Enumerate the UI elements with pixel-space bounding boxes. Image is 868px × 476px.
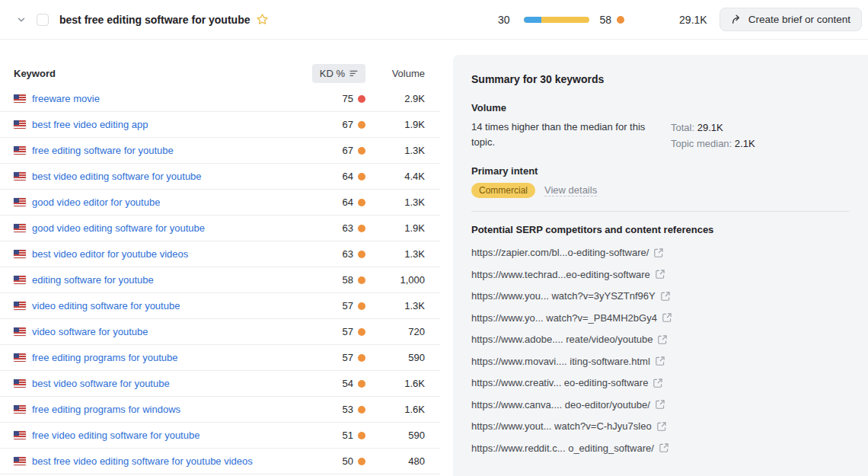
us-flag-icon [14, 198, 26, 206]
serp-url-text: https://www.yout... watch?v=C-hJyu7sleo [471, 420, 652, 432]
volume-value: 1.6K [365, 404, 425, 415]
kd-dot [358, 225, 365, 232]
kd-value: 57 [343, 326, 353, 337]
kd-value: 51 [343, 430, 353, 441]
table-row[interactable]: free editing programs for youtube 57 590 [0, 345, 440, 371]
us-flag-icon [14, 146, 26, 155]
kd-dot [358, 173, 365, 180]
keyword-link[interactable]: free editing programs for windows [32, 404, 180, 415]
keyword-link[interactable]: video software for youtube [32, 326, 148, 337]
serp-url-item[interactable]: https://www.reddit.c... o_editing_softwa… [471, 437, 850, 459]
kd-value: 57 [343, 352, 353, 363]
us-flag-icon [14, 276, 26, 284]
serp-url-item[interactable]: https://www.adobe.... reate/video/youtub… [471, 328, 850, 350]
keyword-link[interactable]: best video editor for youtube videos [32, 248, 188, 260]
table-row[interactable]: editing software for youtube 58 1,000 [0, 267, 440, 293]
us-flag-icon [14, 327, 26, 336]
total-label: Total: [671, 122, 694, 133]
volume-value: 1.3K [365, 145, 425, 156]
serp-url-text: https://www.reddit.c... o_editing_softwa… [471, 442, 654, 454]
kd-dot [358, 95, 365, 103]
kd-dot [358, 199, 365, 206]
cluster-checkbox[interactable] [37, 14, 49, 26]
summary-title: Summary for 30 keywords [471, 73, 850, 85]
sort-descending-icon [349, 70, 358, 77]
table-row[interactable]: best video software for youtube 54 1.6K [0, 371, 440, 397]
keyword-link[interactable]: good video editing software for youtube [32, 222, 205, 234]
keyword-link[interactable]: best video software for youtube [32, 378, 170, 389]
table-row[interactable]: good video editor for youtube 64 1.3K [0, 190, 440, 216]
serp-url-item[interactable]: https://www.you... watch?v=3yYSZTnf96Y [471, 285, 850, 307]
serp-url-item[interactable]: https://www.techrad...eo-editing-softwar… [471, 264, 850, 286]
serp-url-item[interactable]: https://www.yout... watch?v=C-hJyu7sleo [471, 415, 850, 437]
keyword-link[interactable]: best free video editing software for you… [32, 455, 253, 467]
kd-value: 64 [343, 196, 353, 208]
serp-url-text: https://zapier.com/bl...o-editing-softwa… [471, 247, 649, 258]
volume-value: 4.4K [365, 171, 425, 182]
serp-url-text: https://www.yo... watch?v=_PB4MH2bGy4 [471, 312, 657, 324]
column-header-kd-sort[interactable]: KD % [312, 64, 365, 83]
volume-description: 14 times higher than the median for this… [471, 120, 660, 152]
table-row[interactable]: free editing programs for windows 53 1.6… [0, 397, 440, 423]
intent-section-label: Primary intent [471, 165, 850, 177]
keyword-link[interactable]: good video editor for youtube [32, 196, 160, 208]
serp-url-text: https://www.movavi.... iting-software.ht… [471, 356, 650, 367]
view-details-link[interactable]: View details [544, 184, 597, 196]
table-row[interactable]: freeware movie 75 2.9K [0, 86, 440, 112]
serp-url-item[interactable]: https://www.yo... watch?v=_PB4MH2bGy4 [471, 307, 850, 329]
volume-value: 1.6K [365, 378, 425, 389]
external-link-icon [662, 313, 672, 322]
us-flag-icon [14, 224, 26, 232]
table-row[interactable]: best free video editing software for you… [0, 449, 440, 474]
external-link-icon [656, 356, 665, 366]
favorite-star-icon[interactable] [256, 13, 269, 26]
kd-value: 63 [343, 248, 353, 260]
column-header-volume[interactable]: Volume [365, 68, 425, 79]
volume-value: 1.3K [365, 196, 425, 208]
serp-url-item[interactable]: https://www.canva.... deo-editor/youtube… [471, 394, 850, 416]
external-link-icon [653, 379, 662, 388]
table-row[interactable]: best video editor for youtube videos 63 … [0, 241, 440, 267]
kd-value: 57 [343, 300, 353, 311]
kd-dot [358, 251, 365, 258]
create-brief-button[interactable]: Create brief or content [720, 8, 862, 31]
table-row[interactable]: video software for youtube 57 720 [0, 319, 440, 345]
table-row[interactable]: best free video editing app 67 1.9K [0, 112, 440, 138]
us-flag-icon [14, 405, 26, 414]
table-row[interactable]: free editing software for youtube 67 1.3… [0, 138, 440, 164]
us-flag-icon [14, 353, 26, 362]
keywords-count: 30 [498, 14, 510, 26]
kd-value: 54 [343, 378, 353, 389]
keyword-link[interactable]: video editing software for youtube [32, 300, 180, 311]
volume-value: 480 [365, 455, 425, 467]
keyword-link[interactable]: free editing programs for youtube [32, 352, 178, 363]
keyword-link[interactable]: freeware movie [32, 93, 100, 104]
serp-url-item[interactable]: https://zapier.com/bl...o-editing-softwa… [471, 241, 850, 264]
median-value: 2.1K [735, 138, 755, 149]
kd-dot [358, 354, 365, 362]
keyword-table-body: freeware movie 75 2.9K best free video e… [0, 86, 440, 474]
kd-dot [358, 406, 365, 414]
collapse-chevron-icon[interactable] [14, 12, 29, 27]
external-link-icon [661, 292, 670, 301]
table-row[interactable]: free video editing software for youtube … [0, 423, 440, 449]
keyword-table: Keyword KD % Volume freeware movie 75 2.… [0, 62, 440, 474]
keyword-link[interactable]: free video editing software for youtube [32, 430, 199, 441]
kd-dot [358, 276, 365, 284]
table-row[interactable]: good video editing software for youtube … [0, 216, 440, 241]
summary-panel: Summary for 30 keywords Volume 14 times … [453, 55, 868, 476]
external-link-icon [656, 270, 665, 279]
serp-url-text: https://www.creativ... eo-editing-softwa… [471, 377, 648, 388]
serp-url-item[interactable]: https://www.movavi.... iting-software.ht… [471, 350, 850, 372]
serp-url-item[interactable]: https://www.creativ... eo-editing-softwa… [471, 372, 850, 394]
keyword-link[interactable]: best video editing software for youtube [32, 171, 202, 182]
keyword-link[interactable]: free editing software for youtube [32, 145, 174, 156]
keyword-link[interactable]: best free video editing app [32, 119, 148, 130]
kd-column-label: KD % [320, 68, 345, 79]
keyword-link[interactable]: editing software for youtube [32, 274, 154, 286]
external-link-icon [656, 400, 665, 409]
table-row[interactable]: video editing software for youtube 57 1.… [0, 293, 440, 319]
table-row[interactable]: best video editing software for youtube … [0, 164, 440, 190]
volume-value: 720 [365, 326, 425, 337]
serp-section-title: Potential SERP competitors and content r… [471, 224, 850, 235]
